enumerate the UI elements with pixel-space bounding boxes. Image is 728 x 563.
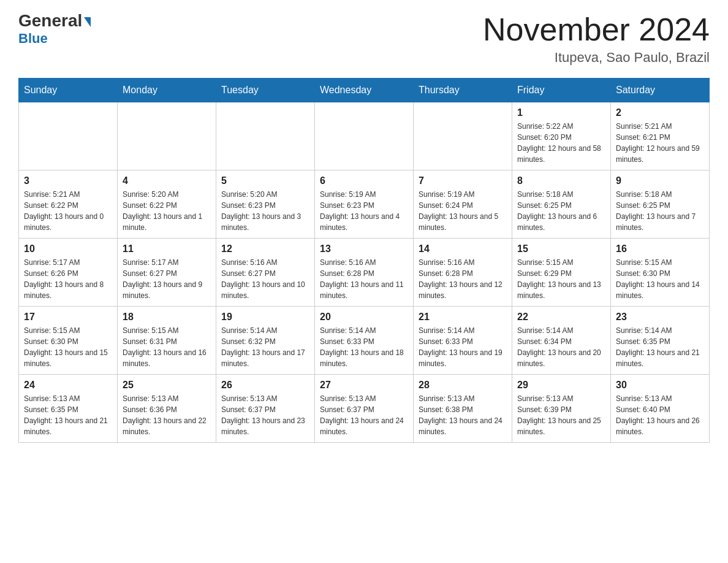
day-number: 12 <box>221 243 309 255</box>
calendar-cell: 19Sunrise: 5:14 AMSunset: 6:32 PMDayligh… <box>216 307 315 375</box>
day-number: 19 <box>221 312 309 323</box>
day-number: 30 <box>616 380 704 391</box>
day-info: Sunrise: 5:13 AMSunset: 6:36 PMDaylight:… <box>123 393 211 437</box>
day-number: 23 <box>616 312 704 323</box>
day-number: 29 <box>517 380 605 391</box>
day-info: Sunrise: 5:15 AMSunset: 6:31 PMDaylight:… <box>123 325 211 369</box>
calendar-cell: 15Sunrise: 5:15 AMSunset: 6:29 PMDayligh… <box>512 239 611 307</box>
calendar-cell: 16Sunrise: 5:15 AMSunset: 6:30 PMDayligh… <box>611 239 710 307</box>
calendar-week-3: 10Sunrise: 5:17 AMSunset: 6:26 PMDayligh… <box>19 239 710 307</box>
day-number: 27 <box>320 380 408 391</box>
calendar-cell: 3Sunrise: 5:21 AMSunset: 6:22 PMDaylight… <box>19 170 118 239</box>
day-info: Sunrise: 5:13 AMSunset: 6:35 PMDaylight:… <box>24 393 112 437</box>
calendar-cell: 23Sunrise: 5:14 AMSunset: 6:35 PMDayligh… <box>611 307 710 375</box>
day-info: Sunrise: 5:15 AMSunset: 6:29 PMDaylight:… <box>517 257 605 301</box>
calendar-week-1: 1Sunrise: 5:22 AMSunset: 6:20 PMDaylight… <box>19 102 710 170</box>
day-info: Sunrise: 5:18 AMSunset: 6:25 PMDaylight:… <box>616 189 704 233</box>
day-info: Sunrise: 5:13 AMSunset: 6:39 PMDaylight:… <box>517 393 605 437</box>
day-number: 16 <box>616 243 704 255</box>
day-info: Sunrise: 5:13 AMSunset: 6:40 PMDaylight:… <box>616 393 704 437</box>
day-number: 4 <box>123 175 211 186</box>
calendar-header-friday: Friday <box>512 79 611 102</box>
day-info: Sunrise: 5:16 AMSunset: 6:27 PMDaylight:… <box>221 257 309 301</box>
month-title: November 2024 <box>483 12 710 47</box>
calendar-header-saturday: Saturday <box>611 79 710 102</box>
calendar-cell: 9Sunrise: 5:18 AMSunset: 6:25 PMDaylight… <box>611 170 710 239</box>
day-number: 3 <box>24 175 112 186</box>
day-number: 7 <box>419 175 507 186</box>
calendar-header-monday: Monday <box>118 79 216 102</box>
calendar-cell: 1Sunrise: 5:22 AMSunset: 6:20 PMDaylight… <box>512 102 611 170</box>
day-number: 2 <box>616 107 704 118</box>
calendar-cell: 22Sunrise: 5:14 AMSunset: 6:34 PMDayligh… <box>512 307 611 375</box>
calendar-table: SundayMondayTuesdayWednesdayThursdayFrid… <box>18 78 710 443</box>
calendar-cell <box>315 102 414 170</box>
calendar-header-wednesday: Wednesday <box>315 79 414 102</box>
calendar-cell: 27Sunrise: 5:13 AMSunset: 6:37 PMDayligh… <box>315 375 414 443</box>
day-number: 1 <box>517 107 605 118</box>
logo-blue-text: Blue <box>18 31 48 47</box>
calendar-cell: 14Sunrise: 5:16 AMSunset: 6:28 PMDayligh… <box>414 239 512 307</box>
location-title: Itupeva, Sao Paulo, Brazil <box>483 50 710 66</box>
title-block: November 2024 Itupeva, Sao Paulo, Brazil <box>483 12 710 66</box>
day-number: 5 <box>221 175 309 186</box>
day-info: Sunrise: 5:20 AMSunset: 6:23 PMDaylight:… <box>221 189 309 233</box>
day-info: Sunrise: 5:14 AMSunset: 6:35 PMDaylight:… <box>616 325 704 369</box>
calendar-cell: 29Sunrise: 5:13 AMSunset: 6:39 PMDayligh… <box>512 375 611 443</box>
page-header: General Blue November 2024 Itupeva, Sao … <box>18 12 710 66</box>
day-info: Sunrise: 5:17 AMSunset: 6:27 PMDaylight:… <box>123 257 211 301</box>
day-info: Sunrise: 5:14 AMSunset: 6:33 PMDaylight:… <box>419 325 507 369</box>
day-info: Sunrise: 5:17 AMSunset: 6:26 PMDaylight:… <box>24 257 112 301</box>
day-info: Sunrise: 5:19 AMSunset: 6:24 PMDaylight:… <box>419 189 507 233</box>
calendar-cell: 11Sunrise: 5:17 AMSunset: 6:27 PMDayligh… <box>118 239 216 307</box>
day-info: Sunrise: 5:14 AMSunset: 6:33 PMDaylight:… <box>320 325 408 369</box>
day-number: 9 <box>616 175 704 186</box>
calendar-cell: 24Sunrise: 5:13 AMSunset: 6:35 PMDayligh… <box>19 375 118 443</box>
day-info: Sunrise: 5:13 AMSunset: 6:38 PMDaylight:… <box>419 393 507 437</box>
day-number: 17 <box>24 312 112 323</box>
day-number: 24 <box>24 380 112 391</box>
calendar-cell: 5Sunrise: 5:20 AMSunset: 6:23 PMDaylight… <box>216 170 315 239</box>
calendar-cell: 28Sunrise: 5:13 AMSunset: 6:38 PMDayligh… <box>414 375 512 443</box>
calendar-header-tuesday: Tuesday <box>216 79 315 102</box>
calendar-header-thursday: Thursday <box>414 79 512 102</box>
day-number: 22 <box>517 312 605 323</box>
calendar-header-sunday: Sunday <box>19 79 118 102</box>
day-number: 18 <box>123 312 211 323</box>
calendar-cell: 18Sunrise: 5:15 AMSunset: 6:31 PMDayligh… <box>118 307 216 375</box>
day-number: 21 <box>419 312 507 323</box>
calendar-header-row: SundayMondayTuesdayWednesdayThursdayFrid… <box>19 79 710 102</box>
calendar-cell: 10Sunrise: 5:17 AMSunset: 6:26 PMDayligh… <box>19 239 118 307</box>
day-info: Sunrise: 5:16 AMSunset: 6:28 PMDaylight:… <box>419 257 507 301</box>
day-info: Sunrise: 5:13 AMSunset: 6:37 PMDaylight:… <box>320 393 408 437</box>
day-number: 15 <box>517 243 605 255</box>
calendar-cell: 30Sunrise: 5:13 AMSunset: 6:40 PMDayligh… <box>611 375 710 443</box>
day-info: Sunrise: 5:20 AMSunset: 6:22 PMDaylight:… <box>123 189 211 233</box>
day-info: Sunrise: 5:21 AMSunset: 6:21 PMDaylight:… <box>616 121 704 165</box>
calendar-cell: 17Sunrise: 5:15 AMSunset: 6:30 PMDayligh… <box>19 307 118 375</box>
day-number: 20 <box>320 312 408 323</box>
calendar-cell: 2Sunrise: 5:21 AMSunset: 6:21 PMDaylight… <box>611 102 710 170</box>
day-info: Sunrise: 5:16 AMSunset: 6:28 PMDaylight:… <box>320 257 408 301</box>
day-info: Sunrise: 5:21 AMSunset: 6:22 PMDaylight:… <box>24 189 112 233</box>
calendar-cell <box>118 102 216 170</box>
calendar-cell: 12Sunrise: 5:16 AMSunset: 6:27 PMDayligh… <box>216 239 315 307</box>
calendar-cell: 8Sunrise: 5:18 AMSunset: 6:25 PMDaylight… <box>512 170 611 239</box>
calendar-cell: 7Sunrise: 5:19 AMSunset: 6:24 PMDaylight… <box>414 170 512 239</box>
day-number: 6 <box>320 175 408 186</box>
logo-general-text: General <box>18 12 91 29</box>
day-info: Sunrise: 5:22 AMSunset: 6:20 PMDaylight:… <box>517 121 605 165</box>
calendar-week-4: 17Sunrise: 5:15 AMSunset: 6:30 PMDayligh… <box>19 307 710 375</box>
day-info: Sunrise: 5:14 AMSunset: 6:32 PMDaylight:… <box>221 325 309 369</box>
day-number: 11 <box>123 243 211 255</box>
day-number: 25 <box>123 380 211 391</box>
day-info: Sunrise: 5:14 AMSunset: 6:34 PMDaylight:… <box>517 325 605 369</box>
calendar-cell: 20Sunrise: 5:14 AMSunset: 6:33 PMDayligh… <box>315 307 414 375</box>
calendar-week-5: 24Sunrise: 5:13 AMSunset: 6:35 PMDayligh… <box>19 375 710 443</box>
calendar-cell: 4Sunrise: 5:20 AMSunset: 6:22 PMDaylight… <box>118 170 216 239</box>
calendar-cell <box>19 102 118 170</box>
day-number: 10 <box>24 243 112 255</box>
calendar-cell <box>216 102 315 170</box>
day-number: 13 <box>320 243 408 255</box>
day-info: Sunrise: 5:15 AMSunset: 6:30 PMDaylight:… <box>24 325 112 369</box>
